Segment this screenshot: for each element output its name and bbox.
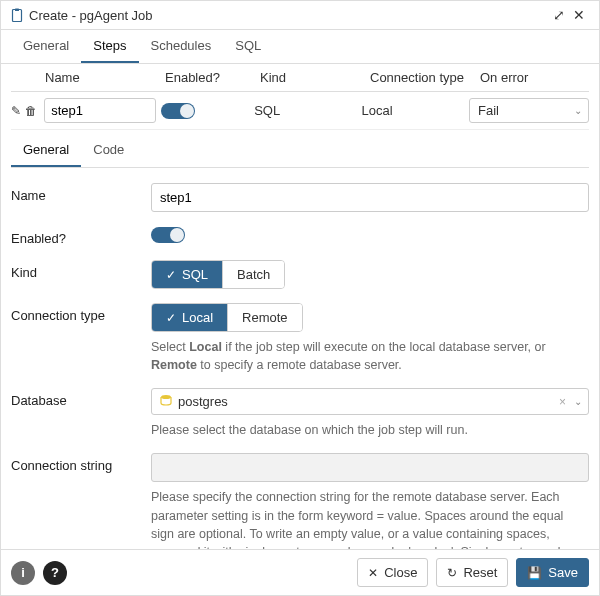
th-name: Name [45,70,165,85]
close-icon[interactable]: ✕ [569,7,589,23]
table-row: ✎ 🗑 SQL Local Fail ⌄ [11,92,589,130]
save-icon: 💾 [527,566,542,580]
title-bar: Create - pgAgent Job ⤢ ✕ [1,1,599,30]
label-name: Name [11,183,151,203]
connection-type-help: Select Local if the job step will execut… [151,338,589,374]
database-select[interactable]: postgres × ⌄ [151,388,589,415]
tab-sql[interactable]: SQL [223,30,273,63]
check-icon: ✓ [166,311,176,325]
chevron-down-icon: ⌄ [574,105,582,116]
row-conn: Local [362,103,469,118]
svg-rect-1 [15,9,19,12]
kind-sql-label: SQL [182,267,208,282]
database-help: Please select the database on which the … [151,421,589,439]
connection-type-segmented: ✓ Local Remote [151,303,303,332]
chevron-down-icon: ⌄ [574,396,582,407]
enabled-toggle[interactable] [151,227,185,243]
connection-string-input [151,453,589,482]
steps-table-header: Name Enabled? Kind Connection type On er… [11,64,589,92]
svg-rect-0 [13,10,22,22]
save-button[interactable]: 💾 Save [516,558,589,587]
clipboard-icon [11,8,23,22]
label-enabled: Enabled? [11,226,151,246]
database-value: postgres [178,394,228,409]
step-subtabs: General Code [11,134,589,168]
th-enabled: Enabled? [165,70,260,85]
kind-option-sql[interactable]: ✓ SQL [152,261,223,288]
row-kind: SQL [254,103,361,118]
content-area: Name Enabled? Kind Connection type On er… [1,64,599,549]
step-form: Name Enabled? Kind ✓ SQL [11,168,589,549]
question-icon: ? [51,565,59,580]
info-button[interactable]: i [11,561,35,585]
label-connection-string: Connection string [11,453,151,473]
conn-remote-label: Remote [242,310,288,325]
delete-icon[interactable]: 🗑 [25,104,37,118]
name-input[interactable] [151,183,589,212]
database-icon [160,394,172,409]
tab-general[interactable]: General [11,30,81,63]
save-label: Save [548,565,578,580]
th-conn: Connection type [370,70,480,85]
info-icon: i [21,565,25,580]
row-onerror-value: Fail [478,103,499,118]
tab-steps[interactable]: Steps [81,30,138,63]
conn-local-label: Local [182,310,213,325]
th-err: On error [480,70,589,85]
tab-schedules[interactable]: Schedules [139,30,224,63]
connection-string-help: Please specify the connection string for… [151,488,589,549]
subtab-general[interactable]: General [11,134,81,167]
dialog: Create - pgAgent Job ⤢ ✕ General Steps S… [0,0,600,596]
check-icon: ✓ [166,268,176,282]
edit-icon[interactable]: ✎ [11,104,21,118]
reset-label: Reset [463,565,497,580]
maximize-icon[interactable]: ⤢ [549,7,569,23]
refresh-icon: ↻ [447,566,457,580]
row-name-input[interactable] [44,98,156,123]
th-kind: Kind [260,70,370,85]
row-enabled-toggle[interactable] [161,103,195,119]
label-connection-type: Connection type [11,303,151,323]
kind-option-batch[interactable]: Batch [223,261,284,288]
dialog-footer: i ? ✕ Close ↻ Reset 💾 Save [1,549,599,595]
kind-batch-label: Batch [237,267,270,282]
x-icon: ✕ [368,566,378,580]
help-button[interactable]: ? [43,561,67,585]
main-tabs: General Steps Schedules SQL [1,30,599,64]
svg-point-2 [161,395,171,399]
close-button[interactable]: ✕ Close [357,558,428,587]
reset-button[interactable]: ↻ Reset [436,558,508,587]
dialog-title: Create - pgAgent Job [29,8,153,23]
clear-icon[interactable]: × [559,395,566,409]
close-label: Close [384,565,417,580]
subtab-code[interactable]: Code [81,134,136,167]
kind-segmented: ✓ SQL Batch [151,260,285,289]
label-database: Database [11,388,151,408]
conn-option-local[interactable]: ✓ Local [152,304,228,331]
label-kind: Kind [11,260,151,280]
row-onerror-select[interactable]: Fail ⌄ [469,98,589,123]
conn-option-remote[interactable]: Remote [228,304,302,331]
